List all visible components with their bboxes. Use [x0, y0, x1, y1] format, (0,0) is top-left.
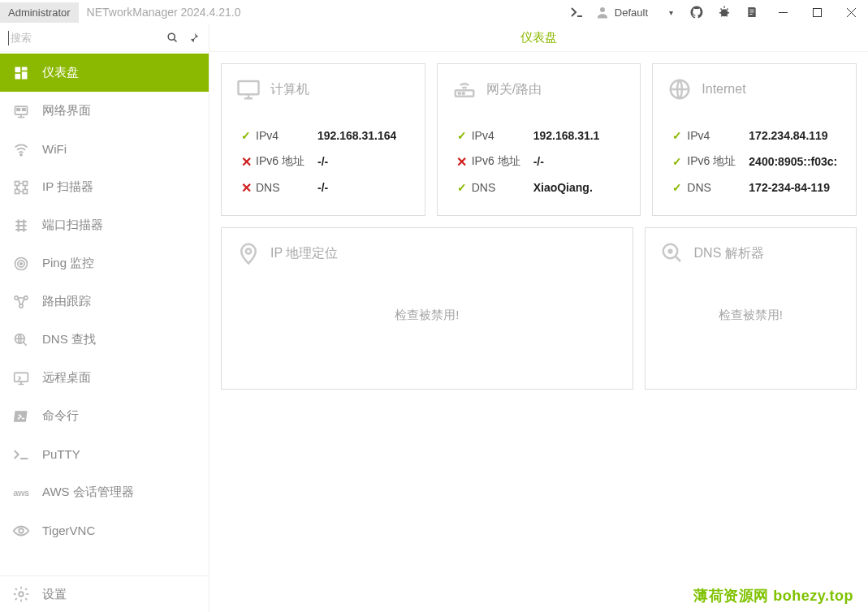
minimize-button[interactable] — [767, 0, 798, 24]
profile-name: Default — [610, 6, 669, 19]
main-content: 仪表盘 计算机 ✓IPv4192.168.31.164✕IPv6 地址-/-✕D… — [209, 24, 868, 612]
row-value: -/- — [533, 155, 544, 168]
svg-rect-2 — [749, 10, 754, 11]
sidebar-item-dashboard[interactable]: 仪表盘 — [0, 54, 209, 92]
sidebar-item-traceroute[interactable]: 路由跟踪 — [0, 282, 209, 321]
svg-rect-9 — [22, 67, 28, 70]
row-value: -/- — [317, 181, 328, 194]
sidebar-item-ip-scanner[interactable]: IP 扫描器 — [0, 168, 209, 206]
close-button[interactable] — [836, 0, 866, 24]
check-icon: ✓ — [667, 155, 687, 168]
row-value: 172-234-84-119 — [749, 181, 830, 194]
sidebar-item-label: IP 扫描器 — [42, 179, 93, 195]
sidebar-item-label: 网络界面 — [42, 103, 91, 119]
svg-rect-17 — [24, 181, 28, 185]
status-row: ✕IPv6 地址-/- — [452, 149, 626, 175]
svg-rect-11 — [15, 73, 21, 79]
svg-rect-13 — [17, 108, 19, 110]
dns-lookup-icon — [11, 332, 31, 348]
svg-rect-19 — [24, 189, 28, 193]
dashboard-icon — [11, 65, 31, 81]
watermark-text: 薄荷资源网 bohezy.top — [693, 586, 853, 606]
admin-badge: Administrator — [0, 2, 79, 23]
chevron-down-icon: ▾ — [669, 8, 673, 17]
user-icon — [595, 5, 610, 19]
ping-icon — [11, 256, 31, 272]
cross-icon: ✕ — [236, 154, 256, 170]
cross-icon: ✕ — [452, 154, 472, 170]
page-title-row: 仪表盘 — [209, 24, 868, 52]
search-input[interactable] — [11, 32, 162, 44]
search-button[interactable] — [162, 28, 183, 49]
sidebar-item-label: 路由跟踪 — [42, 294, 91, 309]
github-button[interactable] — [684, 0, 709, 24]
sidebar-item-ping[interactable]: Ping 监控 — [0, 244, 209, 282]
sidebar-item-port-scanner[interactable]: 端口扫描器 — [0, 206, 209, 244]
card-internet: Internet ✓IPv4172.234.84.119✓IPv6 地址2400… — [652, 63, 857, 216]
powershell-icon — [11, 408, 31, 425]
svg-rect-5 — [779, 12, 788, 13]
sidebar-item-dns-lookup[interactable]: DNS 查找 — [0, 321, 209, 359]
sidebar-item-label: 远程桌面 — [42, 370, 91, 386]
svg-rect-4 — [749, 14, 752, 15]
svg-rect-6 — [813, 8, 821, 16]
svg-point-22 — [20, 262, 23, 265]
monitor-icon — [236, 77, 261, 101]
port-scanner-icon — [11, 218, 31, 234]
sidebar-item-label: DNS 查找 — [42, 332, 96, 347]
bug-report-button[interactable] — [712, 0, 736, 24]
card-title: IP 地理定位 — [270, 245, 338, 262]
sidebar: 仪表盘网络界面WiFiIP 扫描器端口扫描器Ping 监控路由跟踪DNS 查找远… — [0, 24, 209, 612]
status-row: ✓DNSXiaoQiang. — [452, 175, 626, 200]
run-command-button[interactable] — [564, 0, 589, 24]
card-gateway: 网关/路由 ✓IPv4192.168.31.1✕IPv6 地址-/-✓DNSXi… — [437, 63, 641, 216]
svg-rect-3 — [749, 11, 754, 12]
pin-button[interactable] — [183, 28, 204, 49]
remote-desktop-icon — [11, 370, 31, 386]
wifi-icon — [11, 141, 31, 157]
disabled-message: 检查被禁用! — [236, 308, 618, 323]
settings-label: 设置 — [42, 587, 67, 602]
sidebar-item-tigervnc[interactable]: TigerVNC — [0, 511, 209, 550]
maximize-button[interactable] — [801, 0, 832, 24]
settings-button[interactable]: 设置 — [0, 576, 209, 612]
row-label: IPv4 — [472, 129, 533, 142]
sidebar-item-network-interface[interactable]: 网络界面 — [0, 92, 209, 130]
docs-button[interactable] — [740, 0, 764, 24]
check-icon: ✓ — [452, 129, 472, 142]
router-icon — [452, 77, 477, 101]
search-row — [0, 24, 209, 52]
status-row: ✓IPv4192.168.31.164 — [236, 123, 410, 149]
sidebar-item-powershell[interactable]: 命令行 — [0, 397, 209, 435]
svg-point-0 — [600, 7, 605, 12]
card-title: DNS 解析器 — [694, 245, 764, 262]
svg-point-32 — [458, 93, 460, 94]
svg-point-7 — [168, 33, 175, 40]
svg-point-29 — [19, 592, 24, 597]
profile-selector[interactable]: Default ▾ — [592, 2, 676, 23]
sidebar-item-aws[interactable]: awsAWS 会话管理器 — [0, 473, 209, 511]
check-icon: ✓ — [667, 181, 687, 194]
text-cursor — [8, 31, 9, 45]
row-value: -/- — [317, 155, 328, 168]
sidebar-item-label: 端口扫描器 — [42, 218, 103, 233]
svg-point-33 — [462, 93, 464, 94]
svg-rect-8 — [15, 67, 21, 72]
status-row: ✕DNS-/- — [236, 175, 410, 200]
sidebar-item-putty[interactable]: PuTTY — [0, 435, 209, 473]
sidebar-item-wifi[interactable]: WiFi — [0, 130, 209, 168]
row-label: DNS — [472, 181, 533, 194]
bottom-nav: 设置 — [0, 575, 209, 612]
row-label: IPv6 地址 — [472, 154, 533, 169]
sidebar-item-label: 命令行 — [42, 408, 79, 424]
svg-point-15 — [20, 153, 22, 155]
traceroute-icon — [11, 294, 31, 310]
ip-scanner-icon — [11, 179, 31, 196]
status-row: ✓IPv6 地址2400:8905::f03c: — [667, 149, 841, 175]
titlebar-actions: Default ▾ — [564, 0, 868, 24]
sidebar-item-label: PuTTY — [42, 447, 80, 461]
network-interface-icon — [11, 103, 31, 119]
page-title: 仪表盘 — [520, 30, 557, 45]
sidebar-item-remote-desktop[interactable]: 远程桌面 — [0, 359, 209, 397]
svg-rect-16 — [15, 181, 19, 185]
